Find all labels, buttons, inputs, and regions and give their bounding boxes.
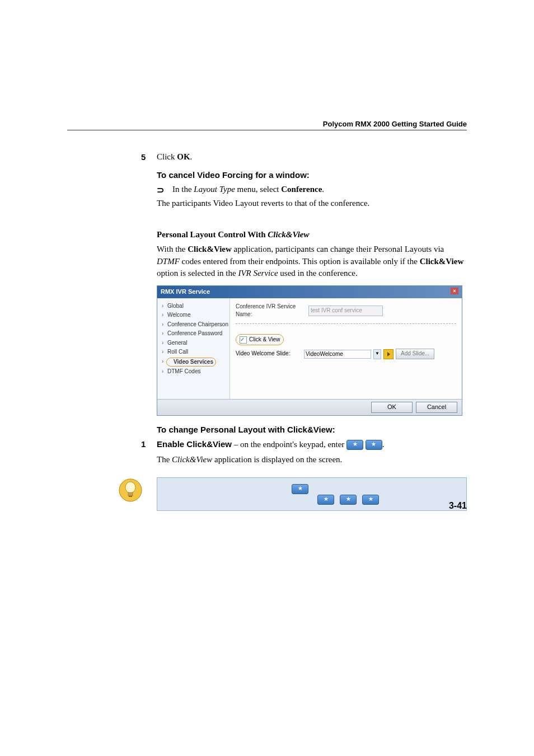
star-key-icon	[317, 495, 334, 505]
personal-p1d: DTMF	[157, 257, 180, 266]
service-name-row: Conference IVR Service Name: test IVR co…	[236, 303, 456, 319]
personal-heading-prefix: Personal Layout Control With	[157, 230, 268, 239]
personal-p1g: option is selected in the	[157, 269, 238, 278]
service-name-input[interactable]: test IVR conf service	[308, 306, 383, 316]
step-1-enable: Enable Click&View	[157, 439, 232, 449]
nav-general[interactable]: General	[161, 339, 226, 348]
star-key-icon	[346, 440, 363, 450]
note-star-top	[292, 482, 308, 495]
change-after: The Click&View application is displayed …	[157, 454, 467, 466]
personal-p1i: used in the conference.	[278, 269, 358, 278]
step-5-text-prefix: Click	[157, 152, 177, 161]
click-view-label: Click & View	[249, 336, 280, 342]
star-key-icon	[340, 495, 357, 505]
header-rule	[67, 130, 467, 130]
nav-global[interactable]: Global	[161, 302, 226, 311]
click-view-highlight: Click & View	[236, 334, 284, 346]
star-key-icon	[362, 495, 379, 505]
play-icon[interactable]	[383, 349, 394, 359]
click-view-checkbox[interactable]	[240, 336, 247, 344]
service-name-label: Conference IVR Service Name:	[236, 303, 308, 319]
body-content: 5 Click OK. To cancel Video Forcing for …	[157, 151, 467, 511]
note-box	[157, 477, 467, 511]
nav-conf-chairperson[interactable]: Conference Chairperson	[161, 320, 226, 330]
step-5-suffix: .	[190, 152, 193, 161]
note-row	[157, 477, 467, 511]
personal-p1h: IVR Service	[238, 269, 278, 278]
nav-conf-password[interactable]: Conference Password	[161, 329, 226, 339]
nav-video-services-highlight: Video Services	[166, 358, 216, 367]
personal-heading-clickview: Click&View	[268, 230, 309, 239]
dialog-body: Global Welcome Conference Chairperson Co…	[157, 298, 462, 399]
step-1-suffix: .	[382, 440, 385, 449]
personal-heading: Personal Layout Control With Click&View	[157, 229, 467, 241]
dialog-titlebar: RMX IVR Service ×	[157, 286, 462, 298]
header-guide-title: Polycom RMX 2000 Getting Started Guide	[323, 120, 467, 128]
cancel-bullet-layouttype: Layout Type	[194, 185, 235, 194]
dialog-pane: Conference IVR Service Name: test IVR co…	[230, 298, 462, 399]
dialog-footer: OK Cancel	[157, 399, 462, 415]
step-5-ok: OK	[177, 152, 190, 161]
cancel-bullet-conference: Conference	[281, 185, 322, 194]
change-heading: To change Personal Layout with Click&Vie…	[157, 424, 467, 436]
change-after-c: application is displayed on the screen.	[212, 455, 342, 464]
dialog-nav: Global Welcome Conference Chairperson Co…	[157, 298, 230, 399]
dialog-title-text: RMX IVR Service	[161, 288, 210, 297]
cancel-bullet-prefix: In the	[172, 185, 194, 194]
nav-roll-call[interactable]: Roll Call	[161, 348, 226, 357]
ivr-service-dialog: RMX IVR Service × Global Welcome Confere…	[157, 285, 462, 416]
note-stars-bottom	[317, 495, 379, 505]
personal-p1e: codes entered from their endpoints. This…	[180, 257, 420, 266]
change-after-b: Click&View	[172, 455, 212, 464]
close-icon[interactable]: ×	[451, 288, 458, 294]
step-5-number: 5	[141, 151, 146, 163]
step-1-number: 1	[141, 438, 146, 450]
star-key-icon	[292, 484, 308, 494]
cancel-heading: To cancel Video Forcing for a window:	[157, 169, 467, 181]
welcome-slide-select[interactable]: VideoWelcome	[304, 350, 371, 359]
star-key-icon	[366, 440, 382, 450]
step-1: 1 Enable Click&View – on the endpoint's …	[157, 438, 467, 451]
cancel-bullet-mid: menu, select	[235, 185, 281, 194]
dialog-cancel-button[interactable]: Cancel	[416, 402, 457, 413]
nav-dtmf-codes[interactable]: DTMF Codes	[161, 367, 226, 377]
change-after-a: The	[157, 455, 172, 464]
add-slide-button[interactable]: Add Slide...	[396, 349, 434, 359]
nav-video-services[interactable]: Video Services	[161, 357, 226, 368]
dialog-ok-button[interactable]: OK	[371, 402, 413, 413]
dashed-separator	[236, 323, 456, 324]
svg-point-1	[125, 482, 135, 493]
personal-p1c: application, participants can change the…	[232, 245, 444, 253]
cancel-bullet-suffix: .	[322, 185, 324, 194]
welcome-slide-row: Video Welcome Slide: VideoWelcome ▼ Add …	[236, 349, 456, 359]
step-1-mid: – on the endpoint's keypad, enter	[232, 440, 346, 449]
personal-p1f: Click&View	[420, 257, 464, 266]
personal-p1a: With the	[157, 245, 188, 253]
personal-p1b: Click&View	[188, 245, 232, 253]
step-5: 5 Click OK.	[157, 151, 467, 163]
welcome-slide-label: Video Welcome Slide:	[236, 350, 302, 358]
cancel-bullet: In the Layout Type menu, select Conferen…	[157, 184, 467, 196]
cancel-after: The participants Video Layout reverts to…	[157, 198, 467, 210]
nav-welcome[interactable]: Welcome	[161, 311, 226, 320]
svg-rect-2	[128, 492, 133, 496]
lightbulb-icon	[118, 477, 143, 503]
select-dropdown-icon[interactable]: ▼	[373, 349, 381, 359]
personal-para: With the Click&View application, partici…	[157, 243, 467, 280]
svg-rect-3	[129, 496, 132, 497]
page-number: 3-41	[449, 501, 467, 511]
